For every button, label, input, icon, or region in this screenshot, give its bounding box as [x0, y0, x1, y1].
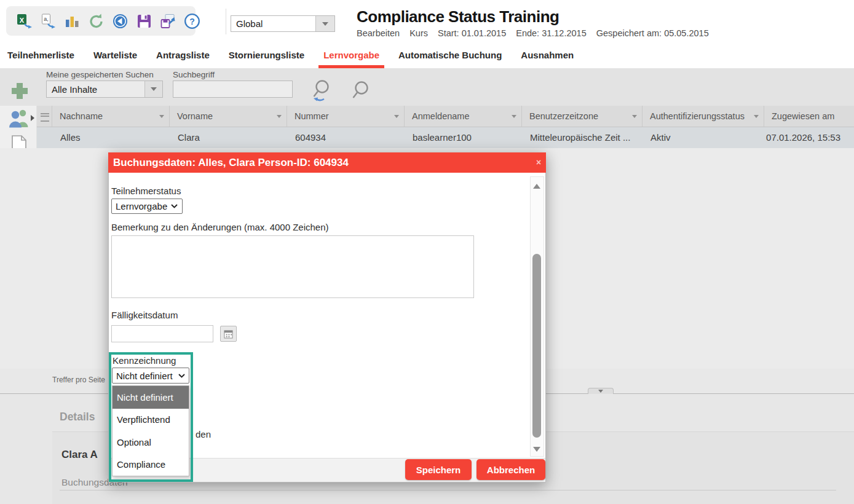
participant-status-select[interactable]: Lernvorgabe: [111, 199, 183, 214]
participant-status-value: Lernvorgabe: [116, 201, 167, 211]
help-icon[interactable]: ?: [184, 13, 200, 30]
tab-warteliste[interactable]: Warteliste: [92, 44, 138, 68]
page-title: Compliance Status Training: [357, 7, 559, 26]
flag-option-compliance[interactable]: Compliance: [113, 454, 189, 476]
tab-stornierungsliste[interactable]: Stornierungsliste: [227, 44, 306, 68]
svg-text:a,: a,: [44, 15, 49, 22]
tab-lernvorgabe[interactable]: Lernvorgabe: [322, 44, 381, 68]
scroll-up-icon[interactable]: [533, 184, 540, 189]
tab-bar: Teilnehmerliste Warteliste Antragsliste …: [0, 44, 854, 68]
column-header-zugewiesen-am[interactable]: Zugewiesen am: [764, 106, 854, 127]
calendar-button[interactable]: [220, 326, 237, 342]
flag-option-optional[interactable]: Optional: [113, 431, 189, 454]
cell-authentifizierungsstatus: Aktiv: [642, 127, 764, 148]
chevron-down-icon: [171, 204, 178, 208]
scroll-down-icon[interactable]: [533, 447, 540, 452]
column-header-nummer[interactable]: Nummer: [287, 106, 405, 127]
cell-anmeldename: baslearner100: [405, 127, 522, 148]
column-header-anmeldename[interactable]: Anmeldename: [405, 106, 522, 127]
column-filter-icon[interactable]: [754, 115, 759, 118]
cell-nummer: 604934: [287, 127, 405, 148]
tab-automatische-buchung[interactable]: Automatische Buchung: [397, 44, 503, 68]
text-export-icon[interactable]: a,: [40, 13, 57, 30]
toolbar-divider: [226, 9, 226, 34]
column-header-nachname[interactable]: Nachname: [52, 106, 170, 127]
meta-gespeichert: Gespeichert am: 05.05.2015: [596, 28, 709, 38]
meta-kurs[interactable]: Kurs: [409, 28, 428, 38]
search-reset-icon[interactable]: [310, 78, 334, 106]
flag-option-verpflichtend[interactable]: Verpflichtend: [113, 409, 189, 431]
add-icon[interactable]: [9, 81, 30, 104]
scope-select[interactable]: Global: [231, 15, 335, 32]
rail-expand-icon[interactable]: [31, 115, 34, 121]
chevron-down-icon[interactable]: [144, 81, 162, 97]
svg-text:?: ?: [189, 16, 195, 26]
flag-select-value: Nicht definiert: [116, 371, 173, 381]
column-header-vorname[interactable]: Vorname: [170, 106, 287, 127]
column-filter-icon[interactable]: [277, 115, 282, 118]
scope-select-value: Global: [231, 18, 315, 29]
column-header-authentifizierungsstatus[interactable]: Authentifizierungsstatus: [642, 106, 764, 127]
modal-title: Buchungsdaten: Alles, Clara Person-ID: 6…: [113, 157, 349, 168]
tab-ausnahmen[interactable]: Ausnahmen: [520, 44, 575, 68]
cell-benutzerzeitzone: Mitteleuropäische Zeit ...: [522, 127, 642, 148]
cancel-button[interactable]: Abbrechen: [476, 459, 545, 480]
page-meta: Bearbeiten Kurs Start: 01.01.2015 Ende: …: [357, 28, 709, 38]
chevron-down-icon: [598, 390, 603, 393]
row-menu-icon[interactable]: [37, 106, 52, 127]
due-date-input[interactable]: [111, 325, 213, 342]
search-icon[interactable]: [350, 80, 370, 103]
flag-options-list: Nicht definiert Verpflichtend Optional C…: [112, 385, 189, 476]
table-header: Nachname Vorname Nummer Anmeldename Benu…: [37, 106, 854, 127]
comment-label: Bemerkung zu den Änderungen (max. 4000 Z…: [111, 222, 329, 232]
meta-bearbeiten[interactable]: Bearbeiten: [357, 28, 400, 38]
meta-start: Start: 01.01.2015: [438, 28, 506, 38]
search-input[interactable]: [173, 81, 293, 98]
app-window: X a, ? Global Compliance Status Training…: [0, 0, 854, 504]
save-icon[interactable]: [136, 13, 152, 30]
toolbar: X a, ?: [6, 6, 196, 36]
scrollbar-thumb[interactable]: [532, 254, 541, 438]
back-icon[interactable]: [112, 13, 128, 30]
flag-select[interactable]: Nicht definiert: [112, 368, 189, 384]
column-filter-icon[interactable]: [512, 115, 516, 118]
cell-nachname: Alles: [52, 127, 170, 148]
flag-label: Kennzeichnung: [113, 355, 176, 366]
column-header-benutzerzeitzone[interactable]: Benutzerzeitzone: [522, 106, 642, 127]
cell-vorname: Clara: [170, 127, 287, 148]
close-icon[interactable]: ×: [532, 156, 545, 168]
obscured-label-fragment: den: [196, 429, 211, 439]
undo-icon[interactable]: [88, 13, 105, 30]
column-filter-icon[interactable]: [159, 115, 164, 118]
excel-export-icon[interactable]: X: [16, 13, 33, 30]
details-person-name: Clara A: [61, 449, 98, 461]
collapse-panel-handle[interactable]: [588, 388, 614, 394]
table-row[interactable]: Alles Clara 604934 baslearner100 Mittele…: [37, 127, 854, 148]
chart-icon[interactable]: [64, 13, 81, 30]
results-per-page-label: Treffer pro Seite: [52, 376, 105, 384]
search-term-label: Suchbegriff: [173, 70, 215, 79]
column-filter-icon[interactable]: [632, 115, 637, 118]
calendar-icon: [224, 329, 233, 339]
column-filter-icon[interactable]: [394, 115, 399, 118]
save-button[interactable]: Speichern: [405, 459, 472, 480]
details-divider: [60, 490, 836, 490]
modal-header: Buchungsdaten: Alles, Clara Person-ID: 6…: [108, 152, 546, 173]
cell-zugewiesen-am: 07.01.2026, 15:53: [764, 127, 854, 148]
svg-text:X: X: [20, 16, 25, 23]
details-heading: Details: [60, 411, 95, 423]
meta-ende: Ende: 31.12.2015: [516, 28, 587, 38]
chevron-down-icon[interactable]: [315, 16, 334, 31]
chevron-down-icon: [178, 374, 185, 378]
participants-icon[interactable]: [7, 108, 31, 131]
saved-search-value: Alle Inhalte: [47, 84, 144, 95]
tab-teilnehmerliste[interactable]: Teilnehmerliste: [6, 44, 76, 68]
flag-option-nicht-definiert[interactable]: Nicht definiert: [113, 386, 189, 409]
due-date-label: Fälligkeitsdatum: [111, 310, 178, 320]
tab-antragsliste[interactable]: Antragsliste: [155, 44, 211, 68]
save-export-icon[interactable]: [160, 13, 176, 30]
comment-textarea[interactable]: [111, 235, 474, 298]
saved-search-label: Meine gespeicherten Suchen: [46, 70, 154, 79]
participant-status-label: Teilnehmerstatus: [111, 186, 181, 196]
saved-search-select[interactable]: Alle Inhalte: [46, 81, 163, 98]
